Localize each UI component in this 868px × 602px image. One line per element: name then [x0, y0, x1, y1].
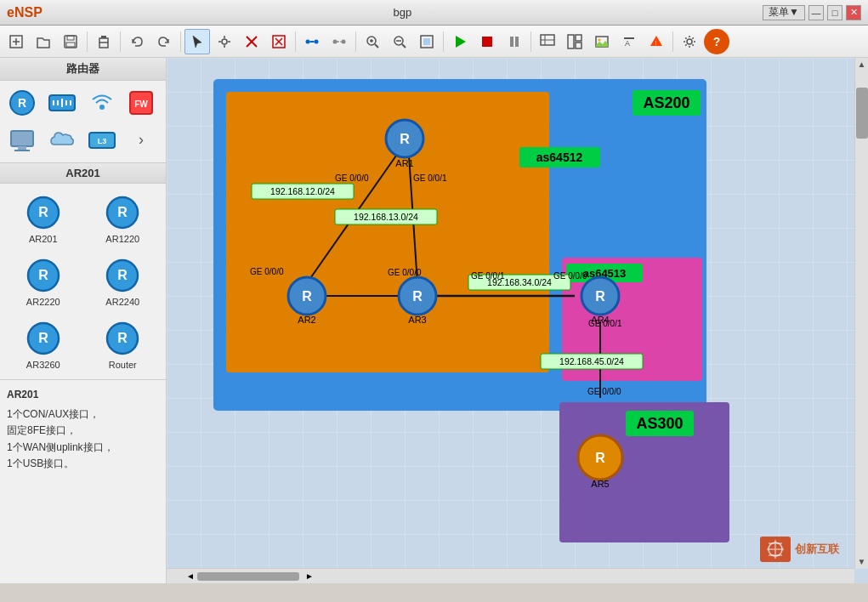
ar1220-label: AR1220: [105, 234, 139, 244]
port-ge0-0-0-ar1: GE 0/0/0: [335, 173, 369, 183]
menu-button[interactable]: 菜单▼: [763, 5, 805, 20]
sep8: [672, 31, 673, 52]
zoom-in-button[interactable]: [360, 29, 385, 54]
text-button[interactable]: A: [616, 29, 642, 54]
svg-point-54: [99, 105, 105, 110]
fit-button[interactable]: [414, 29, 440, 54]
pause-button[interactable]: [502, 29, 527, 54]
firewall-icon[interactable]: FW: [124, 86, 158, 120]
settings-button[interactable]: [677, 29, 702, 54]
svg-point-8: [222, 39, 227, 44]
ar2240-item[interactable]: R AR2240: [85, 252, 162, 311]
svg-text:R: R: [38, 205, 48, 219]
ar1220-item[interactable]: R AR1220: [85, 189, 162, 248]
ar1-label: AR1: [395, 158, 413, 168]
svg-text:R: R: [38, 268, 48, 282]
device-section: 路由器 R FW: [0, 58, 166, 163]
alarm-button[interactable]: !: [644, 29, 669, 54]
ar5-label: AR5: [591, 479, 609, 489]
delete2-button[interactable]: [266, 29, 292, 54]
open-button[interactable]: [31, 29, 56, 54]
help-button[interactable]: ?: [704, 29, 729, 54]
svg-rect-32: [515, 37, 519, 47]
redo-button[interactable]: [151, 29, 177, 54]
pan-button[interactable]: [212, 29, 237, 54]
svg-line-25: [402, 44, 406, 48]
close-button[interactable]: ✕: [846, 5, 861, 20]
svg-point-14: [306, 39, 310, 43]
canvas-area[interactable]: AS200 as64512 as64513 192.168.12.0/24: [167, 58, 868, 583]
connect-button[interactable]: [299, 29, 325, 54]
ar201-section: AR201 R AR201 R AR1220 R AR2220 R AR2240: [0, 163, 166, 380]
image-button[interactable]: [589, 29, 615, 54]
devices-panel-button[interactable]: [562, 29, 587, 54]
hscroll-right[interactable]: ►: [303, 571, 316, 581]
svg-point-40: [599, 38, 601, 41]
delete-button[interactable]: [239, 29, 264, 54]
title-center: bgp: [43, 6, 763, 19]
save-button[interactable]: [58, 29, 83, 54]
switch-icon[interactable]: [45, 86, 79, 120]
new-button[interactable]: [3, 29, 29, 54]
left-panel: 路由器 R FW: [0, 58, 167, 583]
zoom-out-button[interactable]: [387, 29, 412, 54]
scroll-up-button[interactable]: ▲: [855, 58, 868, 71]
scroll-down-button[interactable]: ▼: [855, 555, 868, 568]
router-icon-1[interactable]: R: [5, 86, 39, 120]
play-button[interactable]: [447, 29, 473, 54]
svg-text:R: R: [117, 331, 128, 345]
svg-line-21: [375, 44, 378, 48]
main-content: 路由器 R FW: [0, 58, 868, 583]
svg-text:R: R: [117, 268, 128, 282]
hscroll-thumb[interactable]: [197, 572, 299, 581]
scroll-thumb[interactable]: [856, 88, 868, 139]
more-icon[interactable]: ›: [124, 123, 158, 157]
undo-button[interactable]: [124, 29, 150, 54]
svg-rect-5: [66, 43, 75, 47]
vertical-scrollbar[interactable]: ▲ ▼: [854, 58, 868, 568]
select-button[interactable]: [184, 29, 210, 54]
svg-rect-31: [510, 37, 513, 47]
svg-point-44: [687, 39, 692, 44]
wireless-icon[interactable]: [85, 86, 119, 120]
ar2-label: AR2: [298, 315, 315, 325]
svg-text:R: R: [302, 289, 312, 304]
ar2220-item[interactable]: R AR2220: [5, 252, 82, 311]
net12-label: 192.168.12.0/24: [270, 186, 335, 196]
maximize-button[interactable]: □: [827, 5, 842, 20]
sep6: [443, 31, 444, 52]
ar201-item[interactable]: R AR201: [5, 189, 82, 248]
svg-rect-7: [101, 36, 106, 38]
pc-icon[interactable]: [5, 123, 39, 157]
router-label: Router: [109, 360, 137, 370]
cloud-icon[interactable]: [45, 123, 79, 157]
sep5: [355, 31, 356, 52]
horizontal-scrollbar[interactable]: ◄ ►: [167, 568, 854, 583]
ar3-label: AR3: [408, 315, 426, 325]
ar3260-label: AR3260: [26, 360, 60, 370]
port-ge-ar3-left: GE 0/0/0: [388, 268, 422, 277]
hscroll-left[interactable]: ◄: [184, 571, 197, 581]
ar201-label: AR201: [29, 234, 58, 244]
info-title: AR201: [7, 387, 159, 403]
stop-button[interactable]: [474, 29, 500, 54]
minimize-button[interactable]: —: [808, 5, 824, 20]
layer3-switch-icon[interactable]: L3: [85, 123, 119, 157]
huawei-logo: [760, 537, 791, 562]
svg-text:R: R: [412, 289, 423, 304]
watermark-text: 创新互联: [795, 542, 839, 557]
custom-connect-button[interactable]: [326, 29, 352, 54]
svg-text:FW: FW: [134, 99, 148, 109]
sep1: [87, 31, 88, 52]
sep7: [530, 31, 531, 52]
watermark: 创新互联: [760, 537, 839, 562]
ar3260-item[interactable]: R AR3260: [5, 315, 82, 374]
title-bar: eNSP bgp 菜单▼ — □ ✕: [0, 0, 868, 26]
info-description: 1个CON/AUX接口，固定8FE接口，1个WAN侧uplink接口，1个USB…: [7, 406, 159, 472]
topology-button[interactable]: [535, 29, 560, 54]
svg-point-18: [342, 39, 346, 43]
device-icons-grid: R FW L3: [0, 81, 166, 162]
svg-rect-28: [423, 38, 430, 45]
router-item[interactable]: R Router: [85, 315, 162, 374]
print-button[interactable]: [91, 29, 116, 54]
